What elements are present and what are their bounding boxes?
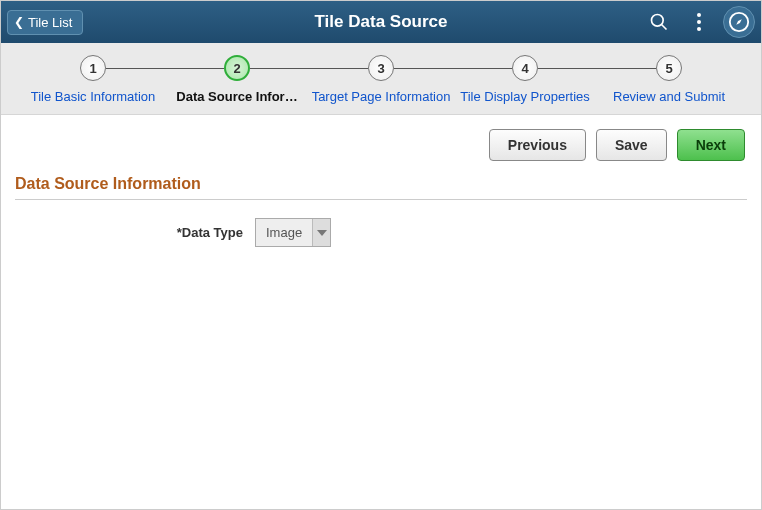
step-number: 4	[512, 55, 538, 81]
more-menu-button[interactable]	[683, 6, 715, 38]
step-number: 1	[80, 55, 106, 81]
save-button[interactable]: Save	[596, 129, 667, 161]
svg-marker-4	[317, 230, 327, 236]
app-header: ❮ Tile List Tile Data Source	[1, 1, 761, 43]
step-1[interactable]: 1 Tile Basic Information	[21, 55, 165, 104]
divider	[15, 199, 747, 200]
chevron-down-icon	[312, 219, 330, 246]
step-label: Tile Basic Information	[31, 89, 156, 104]
back-button[interactable]: ❮ Tile List	[7, 10, 83, 35]
step-4[interactable]: 4 Tile Display Properties	[453, 55, 597, 104]
svg-marker-3	[736, 19, 742, 25]
svg-point-0	[652, 15, 664, 27]
step-2: 2 Data Source Infor…	[165, 55, 309, 104]
svg-line-1	[662, 25, 667, 30]
header-actions	[643, 6, 755, 38]
step-label: Tile Display Properties	[460, 89, 590, 104]
section-title: Data Source Information	[15, 175, 747, 193]
step-number: 3	[368, 55, 394, 81]
step-label: Target Page Information	[312, 89, 451, 104]
step-number: 2	[224, 55, 250, 81]
wizard-stepper: 1 Tile Basic Information 2 Data Source I…	[1, 43, 761, 115]
kebab-icon	[697, 13, 701, 31]
data-type-label: *Data Type	[15, 225, 243, 240]
chevron-left-icon: ❮	[14, 16, 24, 28]
action-bar: Previous Save Next	[1, 115, 761, 175]
step-label: Data Source Infor…	[176, 89, 297, 104]
back-button-label: Tile List	[28, 15, 72, 30]
compass-icon	[728, 11, 750, 33]
data-type-value: Image	[256, 219, 312, 246]
navigation-button[interactable]	[723, 6, 755, 38]
previous-button[interactable]: Previous	[489, 129, 586, 161]
next-button[interactable]: Next	[677, 129, 745, 161]
data-type-row: *Data Type Image	[1, 218, 761, 247]
step-5[interactable]: 5 Review and Submit	[597, 55, 741, 104]
data-type-select[interactable]: Image	[255, 218, 331, 247]
search-button[interactable]	[643, 6, 675, 38]
step-number: 5	[656, 55, 682, 81]
step-3[interactable]: 3 Target Page Information	[309, 55, 453, 104]
search-icon	[649, 12, 669, 32]
step-label: Review and Submit	[613, 89, 725, 104]
